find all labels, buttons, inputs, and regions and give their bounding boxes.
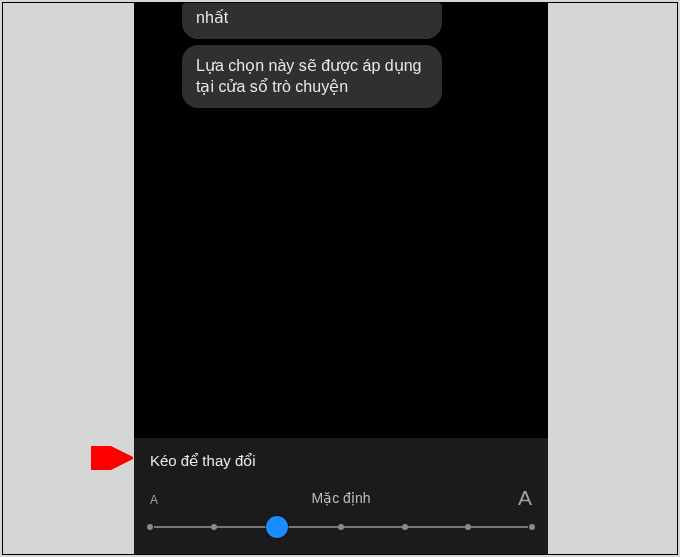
panel-title: Kéo để thay đổi bbox=[150, 452, 532, 470]
chat-bubble: nhất bbox=[182, 3, 442, 39]
chat-bubble-text: nhất bbox=[196, 9, 228, 26]
slider-thumb[interactable] bbox=[266, 516, 288, 538]
text-size-slider[interactable]: A Mặc định A bbox=[150, 490, 532, 534]
chat-area: nhất Lựa chọn này sẽ được áp dụng tại cử… bbox=[134, 3, 548, 438]
slider-track[interactable] bbox=[150, 520, 532, 534]
slider-tick bbox=[529, 524, 535, 530]
slider-default-label: Mặc định bbox=[312, 490, 371, 506]
phone-screen: nhất Lựa chọn này sẽ được áp dụng tại cử… bbox=[134, 3, 548, 555]
chat-bubble: Lựa chọn này sẽ được áp dụng tại cửa sổ … bbox=[182, 45, 442, 108]
slider-tick bbox=[147, 524, 153, 530]
slider-tick bbox=[465, 524, 471, 530]
slider-large-a-icon: A bbox=[518, 486, 532, 510]
slider-tick bbox=[402, 524, 408, 530]
slider-small-a-icon: A bbox=[150, 493, 158, 507]
slider-tick bbox=[211, 524, 217, 530]
red-arrow-annotation bbox=[91, 446, 133, 470]
chat-bubble-text: Lựa chọn này sẽ được áp dụng tại cửa sổ … bbox=[196, 57, 421, 96]
slider-tick bbox=[338, 524, 344, 530]
screenshot-frame: nhất Lựa chọn này sẽ được áp dụng tại cử… bbox=[2, 2, 678, 555]
text-size-panel: Kéo để thay đổi A Mặc định A bbox=[134, 438, 548, 555]
